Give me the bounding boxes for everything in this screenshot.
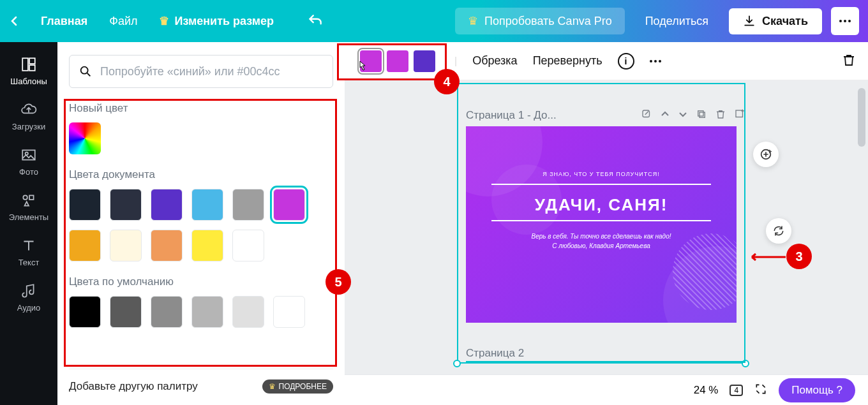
duplicate-page-button[interactable] — [696, 108, 707, 122]
gradient-color-2[interactable] — [387, 50, 408, 72]
default-color-swatch[interactable] — [273, 296, 305, 328]
rail-audio-label: Аудио — [17, 303, 41, 313]
undo-button[interactable] — [307, 13, 324, 29]
share-button[interactable]: Поделиться — [634, 8, 720, 34]
delete-page-button[interactable] — [715, 108, 726, 122]
svg-rect-2 — [29, 65, 35, 71]
dots-icon — [650, 60, 661, 63]
design-content: Я ЗНАЮ, ЧТО У ТЕБЯ ПОЛУЧИТСЯ! УДАЧИ, САН… — [491, 171, 711, 251]
divider-line — [491, 184, 711, 185]
undo-icon — [307, 13, 324, 29]
svg-rect-11 — [736, 110, 743, 117]
default-color-swatch[interactable] — [151, 296, 183, 328]
sync-icon — [772, 225, 785, 237]
doc-color-swatch[interactable] — [110, 230, 142, 261]
design-toptext: Я ЗНАЮ, ЧТО У ТЕБЯ ПОЛУЧИТСЯ! — [491, 171, 711, 177]
color-panel: Новый цвет Цвета документа Цвета по умол… — [57, 42, 345, 405]
doc-color-swatch[interactable] — [232, 230, 264, 261]
cloud-upload-icon — [20, 101, 37, 118]
rail-text-label: Текст — [19, 258, 40, 267]
svg-point-7 — [81, 67, 88, 74]
more-pro-badge[interactable]: ♛ПОДРОБНЕЕ — [262, 379, 333, 394]
zoom-level[interactable]: 24 % — [694, 384, 719, 397]
page-count[interactable]: 4 — [730, 385, 743, 396]
help-button[interactable]: Помощь ? — [779, 378, 855, 402]
page-header: Страница 1 - До... — [466, 108, 745, 122]
doc-color-swatch[interactable] — [232, 189, 264, 221]
selection-handle[interactable] — [453, 360, 461, 367]
plus-sparkle-icon — [759, 147, 773, 161]
fullscreen-button[interactable] — [754, 383, 767, 398]
download-icon — [743, 15, 756, 27]
rail-templates[interactable]: Шаблоны — [0, 48, 57, 94]
photo-icon — [20, 147, 37, 163]
download-button[interactable]: Скачать — [729, 8, 822, 34]
audio-icon — [20, 283, 37, 299]
add-element-fab[interactable] — [753, 142, 779, 167]
vertical-scrollbar[interactable] — [858, 88, 865, 147]
doc-color-swatch[interactable] — [69, 230, 101, 261]
svg-rect-0 — [22, 58, 28, 71]
rail-audio[interactable]: Аудио — [0, 275, 57, 320]
rail-photos[interactable]: Фото — [0, 139, 57, 184]
rail-uploads[interactable]: Загрузки — [0, 94, 57, 139]
rail-text[interactable]: Текст — [0, 230, 57, 275]
gradient-color-3[interactable] — [414, 50, 435, 72]
home-button[interactable]: Главная — [41, 15, 87, 28]
doc-color-swatch[interactable] — [191, 189, 223, 221]
doc-color-swatch[interactable] — [151, 189, 183, 221]
color-picker-trigger[interactable] — [69, 122, 101, 154]
sync-fab[interactable] — [766, 218, 791, 244]
resize-label: Изменить размер — [174, 15, 274, 28]
doc-color-swatch[interactable] — [69, 189, 101, 221]
default-color-swatch[interactable] — [110, 296, 142, 328]
text-icon — [20, 237, 37, 254]
context-more-button[interactable] — [650, 60, 661, 63]
fullscreen-icon — [754, 383, 767, 395]
default-color-swatch[interactable] — [69, 296, 101, 328]
doc-color-swatch[interactable] — [151, 230, 183, 261]
flip-button[interactable]: Перевернуть — [533, 54, 602, 68]
svg-point-5 — [23, 195, 27, 200]
delete-button[interactable] — [841, 52, 857, 70]
page-up-button[interactable] — [660, 109, 670, 122]
svg-rect-6 — [29, 195, 34, 200]
gradient-color-1[interactable] — [360, 50, 382, 72]
file-button[interactable]: Файл — [109, 15, 137, 28]
chevron-left-icon — [9, 16, 19, 26]
edit-title-button[interactable] — [641, 108, 652, 122]
svg-rect-10 — [700, 112, 705, 117]
templates-icon — [20, 56, 37, 73]
resize-button[interactable]: ♛ Изменить размер — [159, 14, 274, 28]
default-color-swatch[interactable] — [191, 296, 223, 328]
more-menu-button[interactable] — [831, 7, 859, 35]
svg-rect-1 — [29, 58, 35, 64]
doc-color-swatch[interactable] — [191, 230, 223, 261]
add-page-button[interactable] — [734, 108, 745, 122]
color-search[interactable] — [69, 55, 333, 88]
dots-icon — [839, 20, 851, 22]
crown-icon: ♛ — [159, 14, 169, 28]
crop-button[interactable]: Обрезка — [472, 54, 517, 68]
page2-divider — [466, 361, 745, 363]
toolbar-right: ♛ Попробовать Canva Pro Поделиться Скача… — [455, 7, 859, 35]
doc-color-swatch[interactable] — [273, 189, 305, 221]
info-button[interactable]: i — [618, 53, 634, 70]
top-toolbar: Главная Файл ♛ Изменить размер ♛ Попробо… — [0, 0, 868, 42]
canvas-area[interactable]: Страница 1 - До... Я ЗНАЮ, ЧТО У ТЕБЯ ПО… — [345, 80, 868, 405]
add-palette-label: Добавьте другую палитру — [69, 380, 198, 393]
svg-rect-9 — [698, 111, 703, 116]
design-canvas[interactable]: Я ЗНАЮ, ЧТО У ТЕБЯ ПОЛУЧИТСЯ! УДАЧИ, САН… — [466, 126, 737, 323]
page-title: Страница 1 - До... — [466, 109, 633, 122]
default-color-swatch[interactable] — [232, 296, 264, 328]
rail-elements-label: Элементы — [9, 212, 49, 222]
back-button[interactable] — [9, 16, 19, 26]
rail-uploads-label: Загрузки — [12, 122, 45, 131]
doc-colors-label: Цвета документа — [69, 168, 333, 181]
color-search-input[interactable] — [100, 65, 324, 78]
page-down-button[interactable] — [678, 109, 688, 122]
rail-elements[interactable]: Элементы — [0, 184, 57, 230]
try-pro-button[interactable]: ♛ Попробовать Canva Pro — [455, 8, 625, 34]
divider-line — [491, 220, 711, 221]
doc-color-swatch[interactable] — [110, 189, 142, 221]
